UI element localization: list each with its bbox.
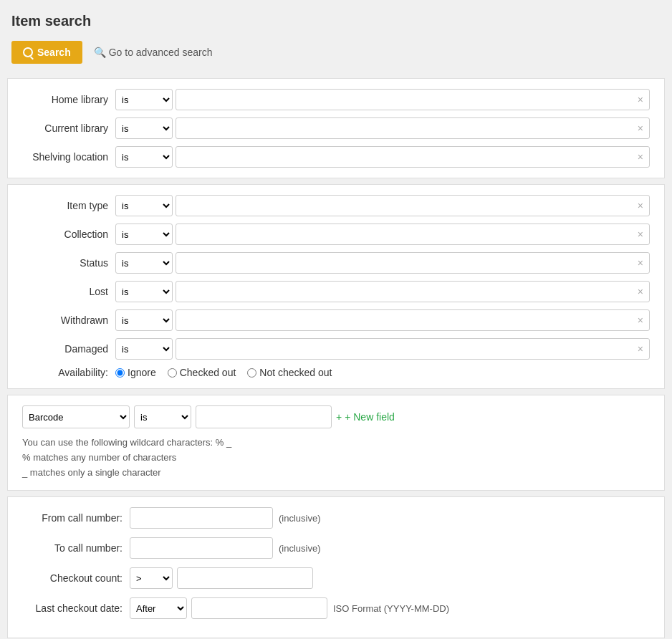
shelving-location-input[interactable] [181,152,636,163]
barcode-operator-select[interactable]: is is not contains starts with [134,405,191,428]
withdrawn-row: Withdrawn isis not × [22,309,650,331]
damaged-label: Damaged [22,343,115,355]
to-call-number-input[interactable] [130,537,273,559]
from-call-number-input[interactable] [130,507,273,529]
barcode-field-select[interactable]: Barcode Title Author ISBN [22,405,130,428]
to-call-number-row: To call number: (inclusive) [22,537,650,559]
shelving-location-clear[interactable]: × [636,151,645,163]
shelving-location-label: Shelving location [22,151,115,163]
lost-row: Lost isis not × [22,281,650,302]
withdrawn-operator[interactable]: isis not [115,309,173,331]
last-checkout-date-row: Last checkout date: After Before On ISO … [22,597,650,619]
checkout-count-input[interactable] [177,567,313,589]
checkout-count-label: Checkout count: [22,572,130,584]
damaged-input-wrapper: × [176,338,650,360]
current-library-operator[interactable]: isis not [115,117,173,139]
item-type-label: Item type [22,200,115,211]
status-input[interactable] [181,258,636,269]
withdrawn-input-wrapper: × [176,309,650,331]
collection-clear[interactable]: × [636,229,645,240]
home-library-input-wrapper: × [176,89,650,110]
availability-radio-group: Ignore Checked out Not checked out [115,367,332,378]
collection-input[interactable] [181,229,636,240]
new-field-button[interactable]: + + New field [336,411,395,423]
current-library-row: Current library isis not × [22,117,650,139]
damaged-clear[interactable]: × [636,343,645,355]
status-row: Status isis not × [22,252,650,274]
current-library-clear[interactable]: × [636,122,645,134]
collection-row: Collection isis not × [22,224,650,245]
home-library-clear[interactable]: × [636,94,645,105]
location-section: Home library isis not × Current library … [7,78,665,178]
iso-format-label: ISO Format (YYYY-MM-DD) [333,603,449,614]
last-checkout-date-input[interactable] [191,597,327,619]
current-library-input[interactable] [181,123,636,134]
withdrawn-label: Withdrawn [22,314,115,326]
lost-operator[interactable]: isis not [115,281,173,302]
wildcard-underscore: _ matches only a single character [22,466,650,481]
availability-not-checked-out-option[interactable]: Not checked out [247,367,332,378]
lost-clear[interactable]: × [636,286,645,297]
availability-row: Availability: Ignore Checked out Not che… [22,367,650,378]
home-library-row: Home library isis not × [22,89,650,110]
collection-operator[interactable]: isis not [115,224,173,245]
lost-input-wrapper: × [176,281,650,302]
status-input-wrapper: × [176,252,650,274]
item-type-input[interactable] [181,201,636,211]
status-clear[interactable]: × [636,257,645,269]
from-call-number-row: From call number: (inclusive) [22,507,650,529]
availability-checked-out-option[interactable]: Checked out [168,367,236,378]
page-title: Item search [0,7,672,35]
availability-ignore-option[interactable]: Ignore [115,367,156,378]
damaged-input[interactable] [181,344,636,355]
shelving-location-input-wrapper: × [176,146,650,168]
home-library-input[interactable] [181,95,636,105]
home-library-label: Home library [22,94,115,105]
collection-input-wrapper: × [176,224,650,245]
availability-checked-out-radio[interactable] [168,368,177,378]
wildcard-title: You can use the following wildcard chara… [22,436,650,451]
item-details-section: Item type isis not × Collection isis not… [7,184,665,389]
availability-not-checked-out-radio[interactable] [247,368,256,378]
availability-not-checked-out-label: Not checked out [259,367,332,378]
shelving-location-operator[interactable]: isis not [115,146,173,168]
barcode-value-input[interactable] [196,405,332,428]
wildcard-percent: % matches any number of characters [22,451,650,466]
search-button[interactable]: Search [11,41,82,64]
to-call-number-label: To call number: [22,542,130,554]
current-library-input-wrapper: × [176,117,650,139]
current-library-label: Current library [22,122,115,134]
collection-label: Collection [22,229,115,240]
withdrawn-input[interactable] [181,315,636,326]
barcode-section: Barcode Title Author ISBN is is not cont… [7,395,665,491]
shelving-location-row: Shelving location isis not × [22,146,650,168]
last-checkout-date-operator[interactable]: After Before On [130,597,187,619]
damaged-row: Damaged isis not × [22,338,650,360]
advanced-search-link[interactable]: 🔍 Go to advanced search [94,47,213,58]
checkout-count-row: Checkout count: > < = >= <= [22,567,650,589]
search-icon [23,47,33,57]
last-checkout-date-label: Last checkout date: [22,602,130,614]
new-field-label: + New field [345,411,395,423]
withdrawn-clear[interactable]: × [636,314,645,326]
item-type-operator[interactable]: isis not [115,195,173,216]
status-operator[interactable]: isis not [115,252,173,274]
lost-label: Lost [22,286,115,297]
availability-ignore-label: Ignore [128,367,156,378]
lost-input[interactable] [181,287,636,297]
checkout-count-operator[interactable]: > < = >= <= [130,567,173,589]
from-inclusive-label: (inclusive) [279,513,321,524]
wildcard-info: You can use the following wildcard chara… [22,436,650,480]
item-type-input-wrapper: × [176,195,650,216]
call-number-section: From call number: (inclusive) To call nu… [7,496,665,638]
availability-label: Availability: [22,367,115,378]
barcode-row: Barcode Title Author ISBN is is not cont… [22,405,650,428]
availability-checked-out-label: Checked out [180,367,236,378]
item-type-clear[interactable]: × [636,200,645,211]
item-type-row: Item type isis not × [22,195,650,216]
damaged-operator[interactable]: isis not [115,338,173,360]
info-icon: 🔍 [94,47,106,58]
status-label: Status [22,257,115,269]
availability-ignore-radio[interactable] [115,368,125,378]
home-library-operator[interactable]: isis not [115,89,173,110]
